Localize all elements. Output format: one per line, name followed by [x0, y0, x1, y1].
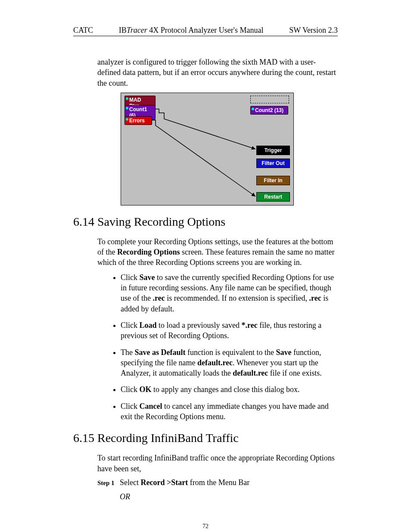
bold-text: OK	[140, 385, 152, 394]
text: Click	[121, 385, 140, 394]
bold-text: Recording Options	[117, 248, 180, 256]
section-615-para: To start recording InfiniBand traffic on…	[97, 453, 338, 474]
document-page: CATC IBTracer 4X Protocol Analyzer User'…	[0, 0, 411, 532]
text: file if one exists.	[268, 369, 321, 377]
bold-text: Save	[276, 348, 291, 357]
text: Click	[121, 321, 140, 330]
list-item: Click OK to apply any changes and close …	[121, 384, 338, 395]
step-text: Select Record >Start from the Menu Bar	[120, 478, 249, 487]
text: function is equivalent to the	[185, 348, 276, 357]
node-label: Errors	[129, 118, 145, 124]
text: from the Menu Bar	[188, 478, 249, 487]
text: to apply any changes and close this dial…	[152, 385, 300, 394]
header-rule	[73, 36, 338, 36]
bold-text: default.rec	[197, 358, 233, 367]
target-trigger: Trigger	[256, 146, 290, 155]
node-count2: Count2 (13)	[250, 106, 288, 115]
bold-text: *.rec	[242, 321, 258, 330]
node-label: Count2 (13)	[255, 107, 283, 113]
header-right: SW Version 2.3	[289, 26, 338, 35]
dot-icon	[126, 107, 128, 109]
intro-paragraph: analyzer is configured to trigger follow…	[97, 57, 338, 88]
text: is recommended. If no extension is speci…	[165, 294, 309, 302]
text: to load a previously saved	[157, 321, 242, 330]
step-row: Step 1 Select Record >Start from the Men…	[97, 478, 338, 487]
bold-text: default.rec	[233, 369, 268, 377]
bullet-list: Click Save to save the currently specifi…	[121, 272, 338, 422]
target-restart: Restart	[256, 192, 290, 202]
bold-text: .rec	[153, 294, 165, 302]
header-center: IBTracer 4X Protocol Analyzer User's Man…	[119, 26, 264, 35]
list-item: The Save as Default function is equivale…	[121, 347, 338, 379]
header-center-suffix: 4X Protocol Analyzer User's Manual	[147, 26, 264, 34]
bold-text: Save as Default	[134, 348, 185, 357]
bold-text: Load	[140, 321, 157, 330]
node-errors: Errors	[125, 116, 152, 125]
header-left: CATC	[73, 26, 93, 35]
list-item: Click Load to load a previously saved *.…	[121, 320, 338, 341]
section-heading-614: 6.14 Saving Recording Options	[73, 215, 338, 229]
target-filter-out: Filter Out	[256, 159, 290, 168]
or-label: OR	[120, 492, 338, 501]
text: Click	[121, 273, 140, 282]
page-header: CATC IBTracer 4X Protocol Analyzer User'…	[73, 26, 338, 35]
list-item: Click Cancel to cancel any immediate cha…	[121, 401, 338, 422]
diagram-container: MAD Ptrn Count1 (6) Errors Count2 (13) T…	[121, 93, 293, 205]
page-number: 72	[73, 523, 338, 530]
bold-text: .rec	[309, 294, 321, 302]
target-filter-in: Filter In	[256, 176, 290, 185]
header-center-prefix: IB	[119, 26, 127, 34]
step-label: Step 1	[97, 479, 120, 487]
section-614-para: To complete your Recording Options setti…	[97, 236, 338, 268]
text: Click	[121, 402, 140, 411]
text: Select	[120, 478, 140, 487]
bold-text: Record >Start	[140, 478, 188, 487]
list-item: Click Save to save the currently specifi…	[121, 272, 338, 314]
header-center-italic: Tracer	[127, 26, 147, 34]
dot-icon	[126, 97, 128, 100]
bold-text: Save	[140, 273, 155, 282]
dot-icon	[126, 118, 128, 121]
text: The	[121, 348, 134, 357]
bold-text: Cancel	[140, 402, 162, 411]
dashed-placeholder	[250, 96, 289, 103]
section-heading-615: 6.15 Recording InfiniBand Traffic	[73, 431, 338, 445]
trigger-diagram: MAD Ptrn Count1 (6) Errors Count2 (13) T…	[121, 93, 294, 205]
dot-icon	[252, 108, 254, 110]
